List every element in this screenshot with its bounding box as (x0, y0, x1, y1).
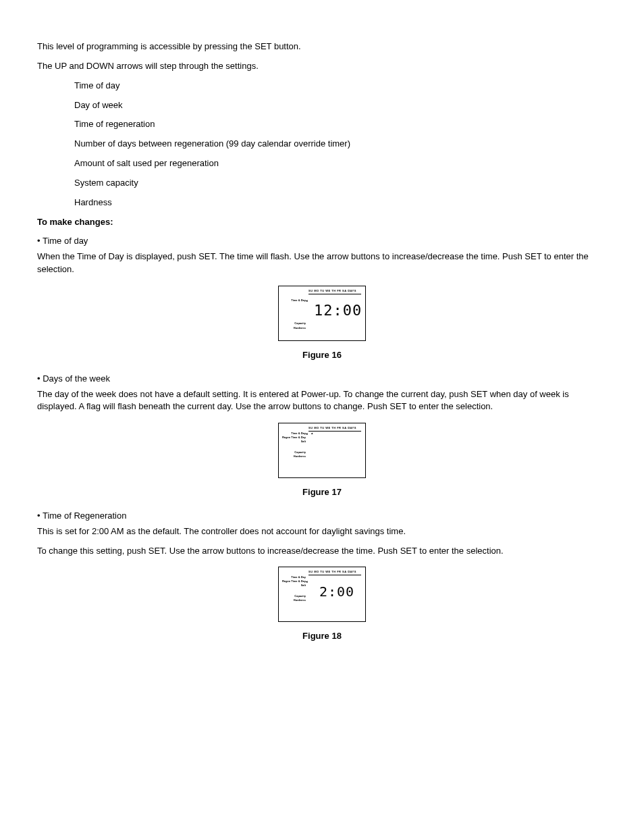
list-item: System capacity (74, 177, 607, 190)
lcd-label: Hardness (281, 454, 306, 459)
lcd-label: Hardness (281, 326, 306, 330)
settings-list: Time of day Day of week Time of regenera… (74, 80, 607, 209)
time-of-day-text: When the Time of Day is displayed, push … (37, 251, 607, 276)
pointer-icon: ◂ (306, 579, 308, 584)
lcd-label: Hardness (281, 598, 306, 602)
figure-16-caption: Figure 16 (37, 349, 607, 362)
pointer-icon: ◂ (306, 432, 308, 436)
list-item: Time of day (74, 80, 607, 93)
lcd-days-row: SU MO TU WE TH FR SA DAYS (308, 426, 361, 432)
figure-18: SU MO TU WE TH FR SA DAYS Time & Day Reg… (37, 567, 607, 626)
lcd-display-16: SU MO TU WE TH FR SA DAYS Time & Day Cap… (278, 286, 366, 341)
lcd-display-18: SU MO TU WE TH FR SA DAYS Time & Day Reg… (278, 567, 366, 622)
lcd-left-labels: Time & Day Regen Time & Day Salt Capacit… (281, 575, 306, 602)
list-item: Amount of salt used per regeneration (74, 157, 607, 170)
bullet-time-of-day: • Time of day (37, 235, 607, 248)
intro-line-1: This level of programming is accessible … (37, 41, 607, 53)
pointer-icon: ◂ (306, 298, 308, 303)
list-item: Day of week (74, 99, 607, 112)
figure-17: SU MO TU WE TH FR SA DAYS Time & Day Reg… (37, 423, 607, 482)
time-of-regen-text-1: This is set for 2:00 AM as the default. … (37, 525, 607, 538)
time-of-regen-text-2: To change this setting, push SET. Use th… (37, 545, 607, 558)
lcd-days-row: SU MO TU WE TH FR SA DAYS (308, 570, 361, 575)
lcd-time-value: 2:00 (319, 582, 354, 602)
list-item: Number of days between regeneration (99 … (74, 138, 607, 151)
list-item: Hardness (74, 197, 607, 209)
bullet-time-of-regen: • Time of Regeneration (37, 510, 607, 523)
intro-line-2: The UP and DOWN arrows will step through… (37, 60, 607, 73)
lcd-days-row: SU MO TU WE TH FR SA DAYS (308, 289, 361, 294)
lcd-display-17: SU MO TU WE TH FR SA DAYS Time & Day Reg… (278, 423, 366, 478)
lcd-left-labels: Time & Day Regen Time & Day Salt Capacit… (281, 432, 306, 459)
lcd-left-labels: Time & Day Capacity Hardness (281, 298, 306, 330)
figure-18-caption: Figure 18 (37, 630, 607, 643)
days-of-week-text: The day of the week does not have a defa… (37, 388, 607, 414)
figure-17-caption: Figure 17 (37, 486, 607, 499)
figure-16: SU MO TU WE TH FR SA DAYS Time & Day Cap… (37, 286, 607, 345)
flag-icon: ▴ (311, 431, 313, 436)
bullet-days-of-week: • Days of the week (37, 373, 607, 386)
list-item: Time of regeneration (74, 118, 607, 131)
changes-heading: To make changes: (37, 216, 607, 229)
lcd-time-value: 12:00 (314, 300, 362, 321)
